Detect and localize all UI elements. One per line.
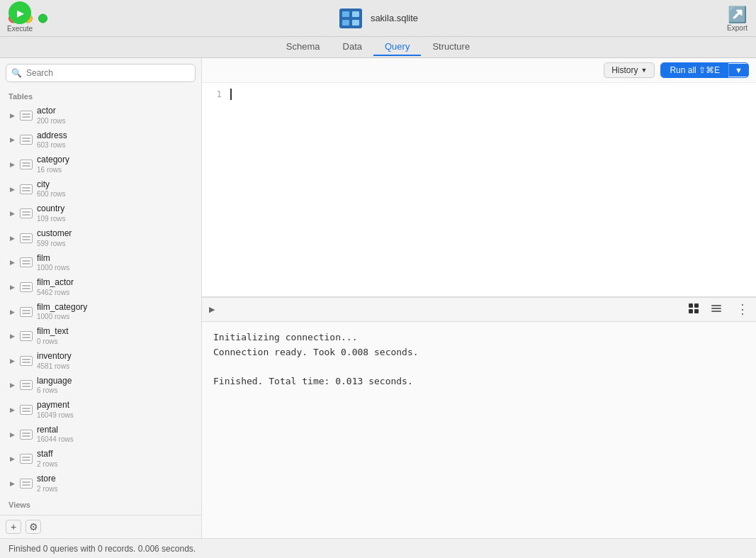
table-rows: 200 rows [37,117,66,125]
run-all-dropdown-icon[interactable]: ▼ [728,64,748,77]
item-info: rental 16044 rows [37,425,74,445]
svg-rect-11 [711,311,721,312]
settings-button[interactable]: ⚙ [26,520,41,534]
table-name: payment [37,400,74,411]
maximize-button[interactable] [38,13,47,23]
item-info: category 16 rows [37,155,69,174]
table-icon [20,454,33,464]
chevron-icon: ▶ [10,333,20,340]
text-view-button[interactable] [708,301,725,318]
table-row[interactable]: ▶ store 2 rows [3,471,198,496]
table-name: film_actor [37,277,74,289]
table-row[interactable]: ▶ city 600 rows [3,177,198,201]
table-name: store [37,474,57,485]
table-name: film_category [37,302,87,313]
run-all-label[interactable]: Run all ⇧⌘E [661,63,728,77]
table-row[interactable]: ▶ inventory 4581 rows [3,349,198,373]
editor-cursor [230,89,232,102]
table-row[interactable]: ▶ actor 200 rows [3,104,198,128]
table-icon [20,405,33,415]
table-name: film [37,253,69,264]
table-icon [20,380,33,390]
item-info: inventory 4581 rows [37,351,72,371]
chevron-icon: ▶ [10,161,20,168]
table-name: inventory [37,351,72,362]
item-info: film 1000 rows [37,253,69,273]
table-rows: 16 rows [37,166,69,174]
export-label: Export [727,24,747,32]
table-row[interactable]: ▶ payment 16049 rows [3,398,198,422]
chevron-icon: ▶ [10,210,20,217]
grid-view-button[interactable] [685,301,702,318]
line-number: 1 [202,89,230,102]
table-row[interactable]: ▶ film_text 0 rows [3,324,198,348]
item-info: film_category 1000 rows [37,302,87,322]
item-info: staff 2 rows [37,449,57,469]
table-row[interactable]: ▶ film_category 1000 rows [3,300,198,324]
history-button[interactable]: History ▼ [604,62,655,78]
table-name: country [37,203,66,215]
svg-rect-3 [342,20,349,26]
table-name: language [37,376,72,387]
table-icon [20,184,33,194]
results-menu-icon[interactable]: ⋮ [736,301,749,318]
export-icon[interactable]: ↗️ [728,6,747,24]
table-row[interactable]: ▶ film 1000 rows [3,251,198,275]
title-center: sakila.sqlite [338,6,418,31]
item-info: film_actor 5462 rows [37,277,74,297]
table-row[interactable]: ▶ country 109 rows [3,201,198,225]
table-icon [20,233,33,243]
table-rows: 6 rows [37,386,72,395]
svg-rect-8 [694,309,699,313]
search-icon: 🔍 [11,68,22,78]
table-rows: 2 rows [37,485,57,493]
table-rows: 4581 rows [37,362,72,371]
table-row[interactable]: ▶ address 603 rows [3,128,198,152]
results-icons: ⋮ [685,301,749,318]
table-icon [20,257,33,267]
chevron-icon: ▶ [10,235,20,242]
table-row[interactable]: ▶ rental 16044 rows [3,423,198,447]
table-row[interactable]: ▶ film_actor 5462 rows [3,275,198,299]
tab-schema[interactable]: Schema [275,38,332,56]
table-icon [20,430,33,440]
execute-label: Execute [7,25,33,33]
tab-data[interactable]: Data [332,38,373,56]
editor-area[interactable]: 1 [202,83,756,102]
results-chevron-icon[interactable]: ▶ [209,305,215,314]
table-name: address [37,130,67,142]
svg-rect-5 [689,303,693,308]
content-area: History ▼ Run all ⇧⌘E ▼ 1 ▶ [202,58,756,538]
svg-rect-4 [352,20,359,26]
result-line-1: Initializing connection... [213,330,745,345]
chevron-icon: ▶ [10,406,20,413]
table-icon [20,479,33,489]
svg-rect-6 [694,303,699,308]
item-info: payment 16049 rows [37,400,74,420]
table-name: staff [37,449,57,460]
search-input[interactable] [6,64,196,82]
results-toolbar: ▶ [202,298,756,322]
chevron-icon: ▶ [10,136,20,143]
item-info: actor 200 rows [37,106,66,125]
table-row[interactable]: ▶ category 16 rows [3,152,198,177]
execute-button[interactable] [9,1,31,24]
run-all-button[interactable]: Run all ⇧⌘E ▼ [660,62,749,78]
table-row[interactable]: ▶ staff 2 rows [3,447,198,471]
tab-query[interactable]: Query [373,38,421,56]
table-rows: 600 rows [37,190,66,199]
table-row[interactable]: ▶ language 6 rows [3,374,198,398]
result-line-4: Finished. Total time: 0.013 seconds. [213,374,745,389]
table-name: customer [37,228,72,240]
main-layout: 🔍 Tables ▶ actor 200 rows ▶ address 603 … [0,58,756,538]
add-button[interactable]: + [6,520,21,534]
app-title: sakila.sqlite [371,13,418,23]
tab-structure[interactable]: Structure [421,38,481,56]
table-row[interactable]: ▶ customer 599 rows [3,226,198,250]
table-rows: 603 rows [37,141,67,150]
table-rows: 16044 rows [37,435,74,444]
svg-rect-9 [711,305,721,306]
table-icon [20,307,33,317]
result-line-2: Connection ready. Took 0.008 seconds. [213,345,745,360]
query-editor: History ▼ Run all ⇧⌘E ▼ 1 [202,58,756,297]
